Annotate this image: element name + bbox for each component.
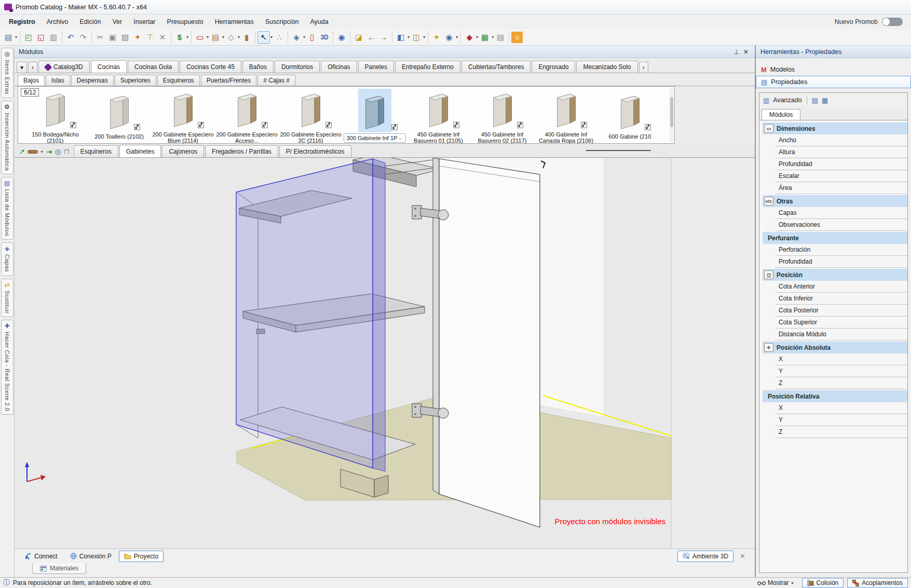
module-variant-dropdown[interactable]: 300 Gabinete Inf 1P ⌄ (344, 133, 406, 143)
property-row-cota-posterior[interactable]: Cota Posterior (775, 305, 907, 317)
property-row-area[interactable]: Área (775, 182, 907, 194)
tab-scroll-left-button[interactable]: ‹ (28, 62, 37, 73)
property-row-cota-anterior[interactable]: Cota Anterior (775, 281, 907, 293)
section-posicion[interactable]: ◫ Posición (763, 269, 907, 281)
nav-modelos[interactable]: M Modelos (756, 63, 911, 76)
render-dropdown-icon[interactable]: ▾ (476, 35, 478, 39)
hammer-tool-button[interactable]: ✦ (131, 31, 144, 44)
module-dimension-button[interactable]: ▯ (306, 31, 318, 44)
redo-button[interactable]: ↷ (77, 31, 89, 44)
pin-icon[interactable]: ⊥ (732, 47, 741, 57)
tab-cocinas[interactable]: Cocinas (91, 60, 127, 73)
snapshot-dropdown-icon[interactable]: ▾ (456, 35, 458, 39)
module-item[interactable]: ▞ 600 Gabine (210 (598, 89, 662, 143)
sidebar-item-hacer-cola[interactable]: ✚ Hacer Cola - Real Scene 2.0 (1, 320, 13, 415)
tab-cocinas-gola[interactable]: Cocinas Gola (128, 61, 179, 73)
copy-button[interactable]: ▣ (106, 31, 119, 44)
sidebar-item-items-extras[interactable]: ◎ Items Extras (1, 48, 13, 98)
undo-button[interactable]: ↶ (64, 31, 77, 44)
room-dropdown-icon[interactable]: ▾ (207, 35, 209, 39)
measure-button[interactable]: ∴ (273, 31, 285, 44)
splitter-handle[interactable] (586, 150, 651, 151)
module-item-selected[interactable]: ▞ 300 Gabinete Inf 1P ⌄ (343, 89, 406, 143)
module-item[interactable]: ▞ 450 Gabinete Inf Basurero 02 (2117) (470, 89, 534, 143)
tab-paneles[interactable]: Paneles (358, 61, 394, 73)
acoplamientos-button[interactable]: Acoplamientos (847, 578, 908, 588)
save-button[interactable]: ▤ (2, 31, 15, 44)
property-row-abs-x[interactable]: X (775, 353, 907, 365)
tab-entrepano-externo[interactable]: Entrepaño Externo (395, 61, 460, 73)
floor-shape-button[interactable]: ◇ (225, 31, 237, 44)
insert-module-icon[interactable]: ↗ (19, 147, 25, 156)
property-row-escalar[interactable]: Escalar (775, 170, 907, 182)
lighting-button[interactable]: ✦ (430, 31, 443, 44)
property-row-cota-inferior[interactable]: Cota Inferior (775, 293, 907, 305)
module-item[interactable]: ▞ 450 Gabinete Inf Basurero 01 (2105) (406, 89, 470, 143)
tab-puertas-frentes[interactable]: Puertas/Frentes (201, 75, 256, 86)
menu-archivo[interactable]: Archivo (41, 16, 74, 28)
floor-dropdown-icon[interactable]: ▾ (238, 35, 240, 39)
organize-button[interactable]: ▦ (479, 31, 491, 44)
module-item[interactable]: ▞ 200 Gabinete Especiero Blum (2114) (151, 89, 215, 143)
section-posicion-relativa[interactable]: Posición Relativa (763, 390, 907, 402)
tab-catalog3d[interactable]: Catalog3D (38, 61, 90, 73)
wall-dropdown-icon[interactable]: ▾ (222, 35, 224, 39)
assistant-button[interactable]: ☺ (511, 32, 523, 43)
tab-islas[interactable]: Islas (46, 75, 70, 86)
wall-button[interactable]: ▤ (209, 31, 222, 44)
snapshot-camera-button[interactable]: ◉ (443, 31, 455, 44)
render-button[interactable]: ◆ (463, 31, 475, 44)
handle-dropdown-icon[interactable]: ▾ (41, 149, 43, 154)
tab-bajos[interactable]: Bajos (18, 75, 45, 86)
paste-button[interactable]: ▨ (119, 31, 131, 44)
layers-button[interactable]: ◈ (290, 31, 303, 44)
proyecto-tab[interactable]: Proyecto (119, 551, 164, 562)
filter-tab-fregaderos[interactable]: Fregaderos / Parrillas (205, 145, 278, 157)
menu-insertar[interactable]: Insertar (128, 16, 161, 28)
section-perfurante[interactable]: Perfurante (763, 232, 907, 244)
property-row-rel-x[interactable]: X (775, 402, 907, 414)
section-otras[interactable]: etc Otras (763, 195, 907, 207)
door-button[interactable]: ▮ (240, 31, 253, 44)
module-item[interactable]: ▞ 200 Toallero (2102) (87, 89, 151, 143)
close-icon[interactable]: ✕ (741, 47, 751, 57)
plan-view-button[interactable]: ◧ (395, 31, 407, 44)
perspective-dropdown-icon[interactable]: ▾ (423, 35, 425, 39)
room-layout-button[interactable]: ▭ (194, 31, 206, 44)
property-row-observaciones[interactable]: Observaciones (775, 219, 907, 231)
table-view-icon[interactable]: ▦ (822, 97, 828, 104)
tab-despensas[interactable]: Despensas (71, 75, 114, 86)
place-module-icon[interactable]: ⇥ (46, 147, 52, 156)
menu-suscripcion[interactable]: Suscripción (260, 16, 305, 28)
module-item[interactable]: ▞ 200 Gabinete Especiero Acceso... (215, 89, 279, 143)
organize-dropdown-icon[interactable]: ▾ (492, 35, 494, 39)
walk-right-button[interactable]: → (377, 31, 390, 44)
import-catalog-button[interactable]: ◰ (22, 31, 35, 44)
cut-button[interactable]: ✂ (94, 31, 106, 44)
tab-banos[interactable]: Baños (242, 61, 274, 73)
section-dimensiones[interactable]: ▭ Dimensiones (763, 122, 907, 134)
texture-rotate-button[interactable]: ◪ (352, 31, 365, 44)
print-button[interactable]: ▥ (47, 31, 60, 44)
sidebar-item-lista-de-modulos[interactable]: ▤ Lista de Módulos (1, 177, 13, 240)
ambiente-3d-button[interactable]: Ambiente 3D (677, 551, 733, 562)
select-cursor-button[interactable]: ↖ (257, 31, 270, 44)
property-row-perforacion[interactable]: Perforación (775, 244, 907, 256)
tab-scroll-down-button[interactable]: ▾ (17, 62, 27, 73)
filter-tab-esquineros[interactable]: Esquineros (74, 145, 118, 157)
module-item[interactable]: ▞ 200 Gabinete Especiero 2C (2116) (279, 89, 343, 143)
property-row-rel-z[interactable]: Z (775, 426, 907, 438)
module-item[interactable]: ▞ 400 Gabinete Inf Canasta Ropa (2106) (534, 89, 598, 143)
layers-dropdown-icon[interactable]: ▾ (303, 35, 305, 39)
menu-ayuda[interactable]: Ayuda (304, 16, 334, 28)
visibility-eye-button[interactable]: ◉ (335, 31, 348, 44)
filter-tab-cajoneros[interactable]: Cajoneros (162, 145, 204, 157)
tab-superiores[interactable]: Superiores (115, 75, 156, 86)
nav-propiedades[interactable]: ▤ Propiedades (756, 76, 911, 88)
report-button[interactable]: ▤ (494, 31, 507, 44)
list-view-icon[interactable]: ▤ (812, 97, 818, 104)
colision-button[interactable]: Colisión (802, 578, 844, 588)
menu-herramientas[interactable]: Herramientas (209, 16, 260, 28)
mostrar-button[interactable]: Mostrar ▾ (753, 579, 798, 586)
tab-cocinas-corte-45[interactable]: Cocinas Corte 45 (180, 61, 241, 73)
